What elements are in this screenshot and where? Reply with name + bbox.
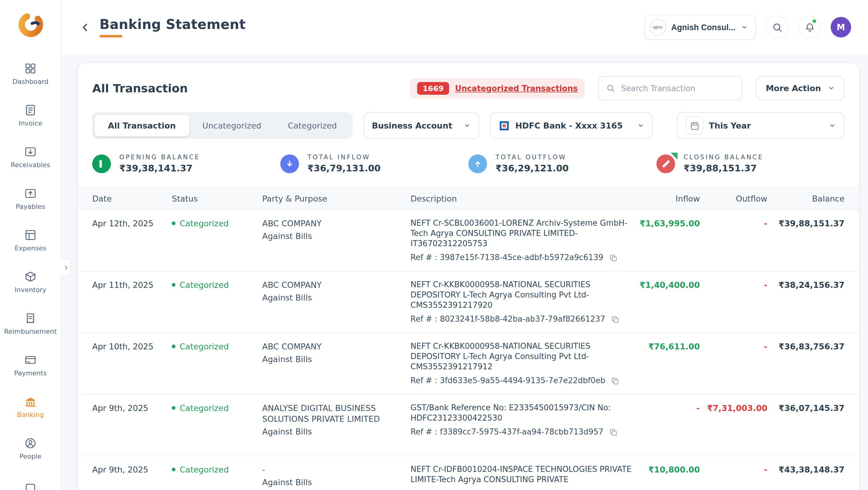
back-button[interactable]: [77, 19, 93, 35]
sidebar-item-receivables[interactable]: Receivables: [0, 138, 61, 176]
sidebar-item-payments[interactable]: Payments: [0, 346, 61, 384]
sidebar-item-dashboard[interactable]: Dashboard: [0, 55, 61, 93]
sidebar-item-expenses[interactable]: Expenses: [0, 222, 61, 259]
topbar: Banking Statement agrya Agnish Consul...: [61, 0, 868, 54]
cell-outflow: -: [700, 464, 767, 490]
period-select[interactable]: This Year: [677, 112, 844, 139]
status-dot: [172, 345, 176, 348]
sidebar-item-label: Receivables: [10, 162, 50, 169]
column-header-outflow: Outflow: [700, 194, 767, 203]
search-transaction-input[interactable]: [621, 84, 735, 93]
column-header-party-purpose: Party & Purpose: [262, 194, 410, 203]
invoice-icon: [24, 104, 37, 116]
copy-icon: [609, 428, 618, 437]
sidebar-item-banking[interactable]: Banking: [0, 388, 61, 426]
banking-icon: [24, 395, 37, 408]
sidebar-item-reimbursement[interactable]: Reimbursement: [0, 305, 61, 343]
status-label: Categorized: [180, 341, 229, 352]
bank-select[interactable]: HDFC Bank - Xxxx 3165: [490, 112, 653, 139]
card-heading: All Transaction: [92, 82, 188, 95]
summary-label: TOTAL INFLOW: [307, 153, 381, 161]
status-dot: [172, 468, 176, 471]
cell-party-purpose: ANALYSE DIGITAL BUSINESS SOLUTIONS PRIVA…: [262, 403, 410, 448]
cell-date: Apr 9th, 2025: [92, 403, 172, 448]
more-action-button[interactable]: More Action: [756, 76, 844, 100]
card-header: All Transaction 1669 Uncategorized Trans…: [92, 76, 844, 100]
cell-party-purpose: ABC COMPANY Against Bills: [262, 218, 410, 263]
copy-ref-button[interactable]: [611, 315, 620, 324]
description-text: NEFT Cr-SCBL0036001-LORENZ Archiv-System…: [410, 218, 635, 249]
column-header-date: Date: [92, 194, 172, 203]
notifications-button[interactable]: [798, 16, 821, 39]
cell-outflow: -: [700, 341, 767, 386]
uncategorized-pill: 1669 Uncategorized Transactions: [410, 78, 585, 98]
reference-text: Ref # : 8023241f-58b8-42ba-ab37-79af8266…: [410, 314, 605, 325]
cell-inflow: -: [637, 403, 700, 448]
copy-ref-button[interactable]: [609, 253, 618, 262]
summary-value: ₹36,79,131.00: [307, 163, 381, 174]
status-label: Categorized: [180, 279, 229, 290]
status-label: Categorized: [180, 218, 229, 229]
cell-inflow: ₹10,800.00: [637, 464, 700, 490]
dashboard-icon: [24, 62, 37, 75]
cell-outflow: -: [700, 218, 767, 263]
reference-line: Ref # : 3987e15f-7138-45ce-adbf-b5972a9c…: [410, 252, 637, 263]
cell-inflow: ₹1,40,400.00: [637, 279, 700, 325]
app: Dashboard Invoice Receivables Payables E…: [0, 0, 868, 490]
search-icon: [606, 83, 616, 93]
copy-ref-button[interactable]: [611, 376, 620, 385]
tab-categorized[interactable]: Categorized: [275, 115, 350, 136]
sidebar-item-partial[interactable]: [0, 471, 61, 490]
cell-status: Categorized: [172, 218, 262, 263]
party-name: -: [262, 464, 396, 475]
topbar-right: agrya Agnish Consul...: [644, 15, 851, 40]
main-area: Banking Statement agrya Agnish Consul...: [61, 0, 868, 490]
account-type-select[interactable]: Business Account: [364, 112, 479, 139]
table-row[interactable]: Apr 10th, 2025 Categorized ABC COMPANY A…: [78, 333, 859, 395]
uncategorized-transactions-link[interactable]: Uncategorized Transactions: [455, 84, 578, 93]
cell-date: Apr 12th, 2025: [92, 218, 172, 263]
transactions-card: All Transaction 1669 Uncategorized Trans…: [77, 62, 860, 490]
closing-balance-icon: [656, 154, 675, 173]
reimbursement-icon: [24, 312, 37, 325]
sidebar: Dashboard Invoice Receivables Payables E…: [0, 0, 61, 490]
copy-ref-button[interactable]: [609, 428, 618, 437]
search-button[interactable]: [766, 16, 788, 39]
user-avatar[interactable]: M: [831, 17, 851, 37]
chevron-down-icon: [464, 122, 471, 129]
table-row[interactable]: Apr 9th, 2025 Categorized ANALYSE DIGITA…: [78, 395, 859, 456]
purpose: Against Bills: [262, 426, 410, 437]
content-area: All Transaction 1669 Uncategorized Trans…: [61, 54, 868, 490]
purpose: Against Bills: [262, 292, 410, 303]
sidebar-item-label: Reimbursement: [4, 328, 57, 336]
table-row[interactable]: Apr 12th, 2025 Categorized ABC COMPANY A…: [78, 210, 859, 271]
sidebar-item-invoice[interactable]: Invoice: [0, 96, 61, 135]
search-icon: [771, 22, 783, 33]
column-header-balance: Balance: [767, 194, 844, 203]
cell-balance: ₹39,88,151.37: [767, 218, 844, 263]
chevron-down-icon: [741, 24, 748, 31]
sidebar-item-people[interactable]: People: [0, 430, 61, 468]
status-dot: [172, 222, 176, 225]
company-selector[interactable]: agrya Agnish Consul...: [644, 15, 756, 40]
tab-uncategorized[interactable]: Uncategorized: [189, 115, 275, 136]
summary-row: OPENING BALANCE ₹39,38,141.37 TOTAL INFL…: [92, 153, 844, 176]
cell-status: Categorized: [172, 341, 262, 386]
summary-total-outflow: TOTAL OUTFLOW ₹36,29,121.00: [468, 153, 656, 174]
sidebar-item-label: Invoice: [19, 120, 42, 127]
description-text: NEFT Cr-KKBK0000958-NATIONAL SECURITIES …: [410, 279, 635, 310]
sidebar-item-inventory[interactable]: Inventory: [0, 263, 61, 301]
outflow-icon: [468, 154, 487, 173]
sidebar-item-payables[interactable]: Payables: [0, 180, 61, 218]
filters-row: All Transaction Uncategorized Categorize…: [92, 112, 844, 139]
summary-label: OPENING BALANCE: [119, 153, 200, 161]
sidebar-expand-button[interactable]: [61, 258, 71, 277]
cell-inflow: ₹76,611.00: [637, 341, 700, 386]
table-row[interactable]: Apr 11th, 2025 Categorized ABC COMPANY A…: [78, 271, 859, 333]
cell-party-purpose: ABC COMPANY Against Bills: [262, 279, 410, 325]
cell-description: NEFT Cr-KKBK0000958-NATIONAL SECURITIES …: [410, 279, 637, 325]
sidebar-item-label: Inventory: [14, 287, 46, 294]
tab-all-transaction[interactable]: All Transaction: [95, 115, 189, 136]
table-row[interactable]: Apr 9th, 2025 Categorized - Against Bill…: [78, 456, 859, 490]
cell-date: Apr 11th, 2025: [92, 279, 172, 325]
